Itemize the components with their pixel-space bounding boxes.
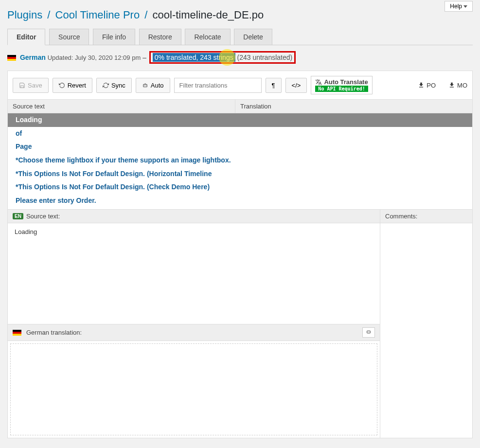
updated-label: Updated: July 30, 2020 12:09 pm <box>48 54 141 61</box>
svg-point-1 <box>144 85 145 86</box>
status-row: German Updated: July 30, 2020 12:09 pm –… <box>7 51 473 64</box>
table-row[interactable]: *This Options Is Not For Default Design.… <box>8 180 472 194</box>
breadcrumb: Plugins / Cool Timeline Pro / cool-timel… <box>7 9 473 21</box>
table-row[interactable]: Page <box>8 140 472 154</box>
table-row[interactable]: of <box>8 127 472 141</box>
sync-button[interactable]: Sync <box>96 78 132 93</box>
tab-delete[interactable]: Delete <box>234 29 272 45</box>
comments-panel-head: Comments: <box>380 210 472 223</box>
flag-icon <box>7 55 16 61</box>
untranslated-stat: (243 untranslated) <box>237 54 293 61</box>
auto-button[interactable]: Auto <box>136 78 170 93</box>
table-row[interactable]: Please enter story Order. <box>8 194 472 208</box>
pilcrow-button[interactable]: ¶ <box>266 78 282 93</box>
table-row[interactable]: *Choose theme lightbox if your theme sup… <box>8 154 472 167</box>
revert-icon <box>59 82 65 89</box>
auto-translate-box[interactable]: Auto Translate No API Required! <box>311 76 372 94</box>
dash: – <box>142 54 146 61</box>
save-button[interactable]: Save <box>13 78 49 93</box>
source-label: Source text: <box>26 213 60 220</box>
no-api-badge: No API Required! <box>315 86 368 92</box>
code-icon: </> <box>292 82 301 89</box>
save-icon <box>19 82 25 89</box>
table-row[interactable]: Loading <box>8 113 472 127</box>
breadcrumb-sep: / <box>142 9 149 21</box>
breadcrumb-file: cool-timeline-de_DE.po <box>153 9 264 21</box>
pilcrow-icon: ¶ <box>272 82 275 89</box>
download-icon <box>418 82 425 89</box>
tabs: Editor Source File info Restore Relocate… <box>7 28 473 45</box>
source-panel-head: EN Source text: <box>8 210 380 223</box>
source-text-body: Loading <box>8 223 380 324</box>
code-button[interactable]: </> <box>285 78 307 93</box>
comments-label: Comments: <box>385 213 417 220</box>
help-label: Help <box>450 3 462 10</box>
robot-icon <box>366 329 372 335</box>
breadcrumb-sep: / <box>45 9 52 21</box>
breadcrumb-product[interactable]: Cool Timeline Pro <box>55 9 140 21</box>
col-source-header: Source text <box>8 100 235 113</box>
filter-input[interactable] <box>174 78 262 93</box>
sync-icon <box>103 82 109 89</box>
tab-source[interactable]: Source <box>49 29 89 45</box>
toolbar: Save Revert Sync Auto ¶ </> Auto Transla… <box>7 71 473 100</box>
svg-point-2 <box>145 85 146 86</box>
en-badge: EN <box>13 213 23 219</box>
revert-button[interactable]: Revert <box>53 78 92 93</box>
tab-fileinfo[interactable]: File info <box>93 29 135 45</box>
download-po[interactable]: PO <box>418 82 436 89</box>
svg-point-6 <box>369 332 370 333</box>
grid-header: Source text Translation <box>7 100 473 113</box>
table-row[interactable]: Please select story Story Date / Year / … <box>8 208 472 210</box>
svg-rect-4 <box>367 331 371 333</box>
svg-point-5 <box>368 332 369 333</box>
download-mo[interactable]: MO <box>448 82 467 89</box>
translation-panel-head: German translation: <box>8 324 380 341</box>
download-icon <box>448 82 455 89</box>
editor-panels: EN Source text: Loading German translati… <box>7 210 473 438</box>
robot-icon <box>142 82 148 89</box>
tab-editor[interactable]: Editor <box>7 29 45 45</box>
help-button[interactable]: Help <box>444 1 473 12</box>
grid-body[interactable]: Loading of Page *Choose theme lightbox i… <box>7 113 473 210</box>
svg-rect-0 <box>143 84 147 87</box>
language-link[interactable]: German <box>20 54 46 61</box>
tab-restore[interactable]: Restore <box>139 29 181 45</box>
chevron-down-icon <box>463 5 467 8</box>
translation-input[interactable] <box>10 343 377 435</box>
breadcrumb-plugins[interactable]: Plugins <box>7 9 42 21</box>
suggest-button[interactable] <box>362 327 375 338</box>
translation-label: German translation: <box>26 329 82 336</box>
translated-stat: 0% translated, 243 strings <box>153 53 235 62</box>
tab-relocate[interactable]: Relocate <box>185 29 230 45</box>
col-translation-header: Translation <box>235 100 472 113</box>
translate-icon <box>315 79 322 86</box>
flag-icon <box>13 330 21 336</box>
table-row[interactable]: *This Options Is Not For Default Design.… <box>8 167 472 181</box>
annotation-highlight-box: 0% translated, 243 strings (243 untransl… <box>149 51 296 64</box>
